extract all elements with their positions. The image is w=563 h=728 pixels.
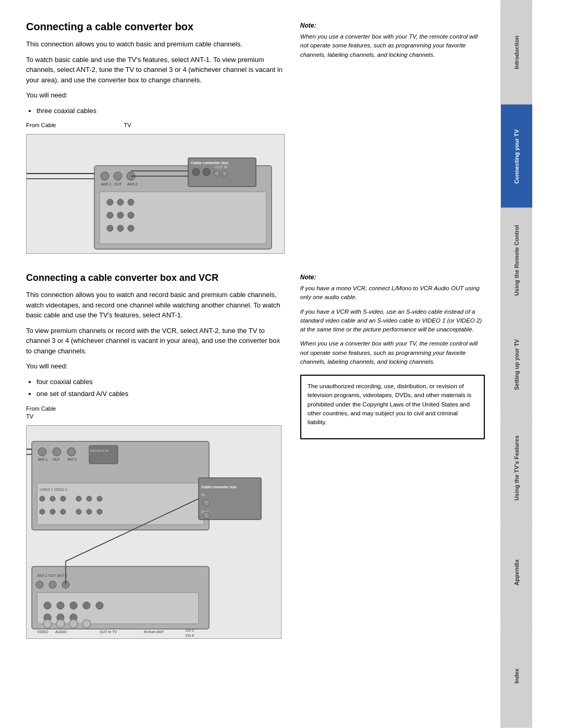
section1-note-label: Note: bbox=[300, 21, 485, 30]
section1-left: Connecting a cable converter box This co… bbox=[26, 21, 285, 262]
from-cable-label2: From Cable bbox=[26, 405, 56, 412]
svg-point-9 bbox=[117, 199, 124, 205]
section2-title: Connecting a cable converter box and VCR bbox=[26, 273, 285, 283]
svg-text:OUT: OUT bbox=[114, 182, 123, 186]
sidebar-tab-features[interactable]: Using the TV's Features bbox=[501, 416, 532, 520]
svg-point-16 bbox=[128, 225, 134, 231]
svg-point-19 bbox=[192, 168, 200, 176]
section2-left: Connecting a cable converter box and VCR… bbox=[26, 273, 285, 647]
svg-point-50 bbox=[97, 509, 102, 514]
svg-point-82 bbox=[56, 620, 65, 628]
svg-point-39 bbox=[40, 496, 45, 501]
svg-point-45 bbox=[40, 509, 45, 514]
svg-text:Cable converter box: Cable converter box bbox=[191, 161, 229, 165]
svg-point-23 bbox=[222, 171, 227, 176]
sidebar-tab-introduction[interactable]: Introduction bbox=[501, 0, 532, 104]
section1-diagram: ANT-1 OUT ANT-2 bbox=[26, 134, 285, 254]
svg-point-47 bbox=[60, 509, 66, 514]
svg-point-64 bbox=[57, 602, 64, 609]
svg-point-14 bbox=[107, 225, 113, 231]
section2: Connecting a cable converter box and VCR… bbox=[26, 273, 485, 647]
svg-text:CH 3: CH 3 bbox=[186, 628, 194, 632]
svg-text:ANT-1: ANT-1 bbox=[101, 182, 112, 186]
section1-right: Note: When you use a converter box with … bbox=[300, 21, 485, 262]
svg-point-84 bbox=[82, 620, 91, 628]
section2-bullets: four coaxial cables one set of standard … bbox=[36, 377, 285, 399]
svg-text:IN: IN bbox=[201, 493, 205, 497]
svg-point-48 bbox=[76, 509, 81, 514]
svg-point-66 bbox=[83, 602, 90, 609]
sidebar-tab-remote-control[interactable]: Using the Remote Control bbox=[501, 208, 532, 312]
section2-diagram-tv-label: TV bbox=[26, 412, 285, 420]
svg-point-65 bbox=[70, 602, 77, 609]
svg-text:CH 4: CH 4 bbox=[186, 634, 194, 637]
svg-text:ANT-1   OUT   ANT-2: ANT-1 OUT ANT-2 bbox=[37, 574, 67, 577]
section1-you-will-need: You will need: bbox=[26, 90, 285, 101]
svg-text:DVI/HDCP IN: DVI/HDCP IN bbox=[90, 449, 108, 452]
section2-note1: If you have a mono VCR, connect L/Mono t… bbox=[300, 284, 485, 302]
sidebar-tab-setting-up[interactable]: Setting up your TV bbox=[501, 312, 532, 416]
svg-point-42 bbox=[76, 496, 81, 501]
svg-point-29 bbox=[38, 448, 46, 456]
svg-point-43 bbox=[87, 496, 92, 501]
section2-right: Note: If you have a mono VCR, connect L/… bbox=[300, 273, 485, 647]
svg-text:OUT to TV: OUT to TV bbox=[100, 630, 117, 634]
section1-title: Connecting a cable converter box bbox=[26, 21, 285, 33]
svg-rect-35 bbox=[89, 446, 118, 464]
section2-intro2: To view premium channels or record with … bbox=[26, 326, 285, 356]
section1-note-text: When you use a converter box with your T… bbox=[300, 32, 485, 59]
svg-text:ANT-1: ANT-1 bbox=[38, 458, 48, 461]
svg-point-44 bbox=[97, 496, 102, 501]
svg-point-22 bbox=[214, 171, 219, 176]
svg-point-20 bbox=[203, 168, 210, 176]
section2-note2: If you have a VCR with S-video, use an S… bbox=[300, 307, 485, 335]
svg-point-81 bbox=[43, 620, 52, 628]
warning-box: The unauthorized recording, use, distrib… bbox=[300, 375, 485, 439]
svg-text:OUT  IN: OUT IN bbox=[215, 165, 228, 169]
main-content: Connecting a cable converter box This co… bbox=[0, 0, 500, 728]
section2-diagram-labels: From Cable bbox=[26, 404, 285, 412]
section1-bullet-1: three coaxial cables bbox=[36, 106, 285, 116]
svg-point-31 bbox=[53, 448, 61, 456]
section1-bullets: three coaxial cables bbox=[36, 106, 285, 116]
svg-point-60 bbox=[49, 581, 56, 588]
svg-point-11 bbox=[107, 212, 113, 218]
svg-text:AUDIO: AUDIO bbox=[55, 630, 67, 634]
svg-point-10 bbox=[128, 199, 134, 205]
section1: Connecting a cable converter box This co… bbox=[26, 21, 485, 262]
right-sidebar: Introduction Connecting your TV Using th… bbox=[500, 0, 532, 728]
svg-point-49 bbox=[87, 509, 92, 514]
section1-diagram-labels: From Cable TV bbox=[26, 121, 285, 129]
svg-point-12 bbox=[117, 212, 124, 218]
section2-diagram-svg: ANT-1 OUT ANT-2 DVI/HDCP IN VIDEO 1 VIDE… bbox=[27, 426, 282, 639]
svg-text:ANT-2: ANT-2 bbox=[127, 182, 138, 186]
svg-point-13 bbox=[128, 212, 134, 218]
svg-rect-7 bbox=[100, 192, 266, 244]
svg-point-59 bbox=[36, 581, 43, 588]
tv-label2: TV bbox=[26, 413, 33, 419]
section1-intro2: To watch basic cable and use the TV's fe… bbox=[26, 55, 285, 85]
svg-point-41 bbox=[60, 496, 66, 501]
svg-point-3 bbox=[114, 172, 122, 180]
section2-you-will-need: You will need: bbox=[26, 361, 285, 372]
svg-text:OUT: OUT bbox=[53, 458, 60, 461]
sidebar-tab-appendix[interactable]: Appendix bbox=[501, 520, 532, 624]
svg-text:VIDEO 1  VIDEO 2: VIDEO 1 VIDEO 2 bbox=[40, 488, 67, 491]
svg-point-56 bbox=[203, 512, 210, 519]
svg-point-8 bbox=[107, 199, 113, 205]
section2-note-label: Note: bbox=[300, 273, 485, 282]
svg-point-46 bbox=[50, 509, 55, 514]
section2-diagram: ANT-1 OUT ANT-2 DVI/HDCP IN VIDEO 1 VIDE… bbox=[26, 425, 282, 639]
section2-bullet-1: four coaxial cables bbox=[36, 377, 285, 387]
section2-note3: When you use a converter box with your T… bbox=[300, 339, 485, 366]
sidebar-tab-index[interactable]: Index bbox=[501, 624, 532, 728]
from-cable-label1: From Cable bbox=[26, 122, 56, 128]
tv-label1: TV bbox=[124, 122, 131, 128]
svg-point-33 bbox=[67, 448, 76, 456]
svg-point-67 bbox=[96, 602, 103, 609]
svg-point-63 bbox=[44, 602, 51, 609]
sidebar-tab-connecting[interactable]: Connecting your TV bbox=[501, 104, 532, 208]
svg-point-54 bbox=[203, 500, 210, 506]
svg-point-1 bbox=[101, 172, 109, 180]
svg-text:ANT-2: ANT-2 bbox=[67, 458, 77, 461]
